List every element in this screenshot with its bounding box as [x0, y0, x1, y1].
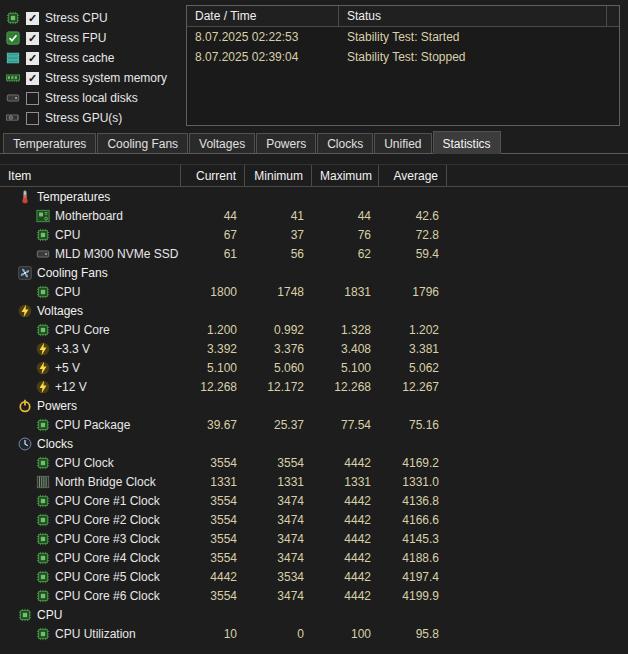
item-label: CPU	[55, 285, 80, 299]
event-log-panel: Date / Time Status 8.07.2025 02:22:53Sta…	[186, 5, 620, 126]
stress-option-label: Stress local disks	[45, 91, 138, 105]
current-value: 3554	[181, 513, 245, 527]
minimum-value: 25.37	[245, 418, 312, 432]
item-label: CPU	[55, 228, 80, 242]
average-value: 72.8	[379, 228, 447, 242]
stats-group-voltages[interactable]: Voltages	[0, 301, 628, 320]
tab-temperatures[interactable]: Temperatures	[3, 133, 96, 153]
group-label: Temperatures	[37, 190, 110, 204]
tab-bar: TemperaturesCooling FansVoltagesPowersCl…	[0, 130, 628, 154]
stats-row-cpu-core-2-clock[interactable]: CPU Core #2 Clock3554347444424166.6	[0, 510, 628, 529]
item-label: CPU Core #1 Clock	[55, 494, 160, 508]
log-row[interactable]: 8.07.2025 02:39:04Stability Test: Stoppe…	[187, 47, 619, 67]
stats-row-cpu-core-1-clock[interactable]: CPU Core #1 Clock3554347444424136.8	[0, 491, 628, 510]
stats-row-motherboard[interactable]: Motherboard44414442.6	[0, 206, 628, 225]
stress-system-memory-checkbox[interactable]: ✓	[26, 72, 39, 85]
stress-option-label: Stress cache	[45, 51, 114, 65]
stress-gpu-s-checkbox[interactable]	[26, 112, 39, 125]
minimum-value: 0	[245, 627, 312, 641]
col-header-average[interactable]: Average	[379, 165, 447, 186]
item-label: Motherboard	[55, 209, 123, 223]
col-header-current[interactable]: Current	[181, 165, 245, 186]
stress-option-stress-gpu-s: Stress GPU(s)	[6, 108, 178, 128]
average-value: 4166.6	[379, 513, 447, 527]
statistics-panel: Item Current Minimum Maximum Average Tem…	[0, 154, 628, 654]
stats-group-temperatures[interactable]: Temperatures	[0, 187, 628, 206]
tab-statistics[interactable]: Statistics	[433, 131, 501, 154]
power-icon	[18, 399, 32, 413]
tab-cooling-fans[interactable]: Cooling Fans	[97, 133, 188, 153]
stats-row-3-3-v[interactable]: +3.3 V3.3923.3763.4083.381	[0, 339, 628, 358]
top-panel: ✓Stress CPU✓Stress FPU✓Stress cache✓Stre…	[0, 0, 628, 128]
stats-row-cpu-utilization[interactable]: CPU Utilization10010095.8	[0, 624, 628, 643]
maximum-value: 77.54	[312, 418, 379, 432]
cpu-icon	[36, 228, 50, 242]
stats-group-cpu[interactable]: CPU	[0, 605, 628, 624]
minimum-value: 3474	[245, 589, 312, 603]
current-value: 61	[181, 247, 245, 261]
stats-row-5-v[interactable]: +5 V5.1005.0605.1005.062	[0, 358, 628, 377]
cpu-icon	[36, 456, 50, 470]
voltage-icon	[36, 361, 50, 375]
stats-row-cpu-clock[interactable]: CPU Clock3554355444424169.2	[0, 453, 628, 472]
current-value: 3554	[181, 456, 245, 470]
stress-fpu-checkbox[interactable]: ✓	[26, 32, 39, 45]
stress-option-label: Stress CPU	[45, 11, 108, 25]
current-value: 12.268	[181, 380, 245, 394]
stress-local-disks-checkbox[interactable]	[26, 92, 39, 105]
group-item-cell: Cooling Fans	[0, 266, 181, 280]
stats-row-cpu-core-3-clock[interactable]: CPU Core #3 Clock3554347444424145.3	[0, 529, 628, 548]
group-item-cell: Temperatures	[0, 190, 181, 204]
group-label: Voltages	[37, 304, 83, 318]
item-cell: CPU Core #3 Clock	[0, 532, 181, 546]
log-col-datetime[interactable]: Date / Time	[187, 6, 339, 26]
stats-row-cpu-core-6-clock[interactable]: CPU Core #6 Clock3554347444424199.9	[0, 586, 628, 605]
col-header-item[interactable]: Item	[0, 165, 181, 186]
cpu-icon	[36, 551, 50, 565]
stats-group-powers[interactable]: Powers	[0, 396, 628, 415]
cpu-icon	[36, 589, 50, 603]
tab-powers[interactable]: Powers	[256, 133, 316, 153]
stats-group-cooling-fans[interactable]: Cooling Fans	[0, 263, 628, 282]
maximum-value: 4442	[312, 532, 379, 546]
item-cell: CPU Package	[0, 418, 181, 432]
disk-icon	[36, 247, 50, 261]
event-log-rows: 8.07.2025 02:22:53Stability Test: Starte…	[187, 27, 619, 67]
northbridge-icon	[36, 475, 50, 489]
stress-cache-checkbox[interactable]: ✓	[26, 52, 39, 65]
item-label: CPU Core #4 Clock	[55, 551, 160, 565]
stats-row-12-v[interactable]: +12 V12.26812.17212.26812.267	[0, 377, 628, 396]
stats-group-clocks[interactable]: Clocks	[0, 434, 628, 453]
minimum-value: 12.172	[245, 380, 312, 394]
col-header-maximum[interactable]: Maximum	[312, 165, 379, 186]
minimum-value: 3474	[245, 532, 312, 546]
tab-clocks[interactable]: Clocks	[317, 133, 373, 153]
item-label: MLD M300 NVMe SSD	[55, 247, 178, 261]
group-label: Powers	[37, 399, 77, 413]
stats-row-mld-m300-nvme-ssd[interactable]: MLD M300 NVMe SSD61566259.4	[0, 244, 628, 263]
stress-option-stress-cpu: ✓Stress CPU	[6, 8, 178, 28]
minimum-value: 56	[245, 247, 312, 261]
stress-cpu-checkbox[interactable]: ✓	[26, 12, 39, 25]
stats-row-cpu-core-5-clock[interactable]: CPU Core #5 Clock4442353444424197.4	[0, 567, 628, 586]
item-cell: CPU Core #5 Clock	[0, 570, 181, 584]
stats-row-north-bridge-clock[interactable]: North Bridge Clock1331133113311331.0	[0, 472, 628, 491]
maximum-value: 4442	[312, 513, 379, 527]
log-col-status[interactable]: Status	[339, 6, 607, 26]
group-item-cell: Clocks	[0, 437, 181, 451]
stats-row-cpu[interactable]: CPU1800174818311796	[0, 282, 628, 301]
minimum-value: 0.992	[245, 323, 312, 337]
log-row[interactable]: 8.07.2025 02:22:53Stability Test: Starte…	[187, 27, 619, 47]
stats-row-cpu-package[interactable]: CPU Package39.6725.3777.5475.16	[0, 415, 628, 434]
minimum-value: 3474	[245, 551, 312, 565]
item-cell: MLD M300 NVMe SSD	[0, 247, 181, 261]
maximum-value: 5.100	[312, 361, 379, 375]
tab-unified[interactable]: Unified	[374, 133, 431, 153]
stats-row-cpu-core-4-clock[interactable]: CPU Core #4 Clock3554347444424188.6	[0, 548, 628, 567]
tab-voltages[interactable]: Voltages	[189, 133, 255, 153]
cache-icon	[6, 51, 20, 65]
stats-row-cpu-core[interactable]: CPU Core1.2000.9921.3281.202	[0, 320, 628, 339]
average-value: 4145.3	[379, 532, 447, 546]
col-header-minimum[interactable]: Minimum	[245, 165, 312, 186]
stats-row-cpu[interactable]: CPU67377672.8	[0, 225, 628, 244]
